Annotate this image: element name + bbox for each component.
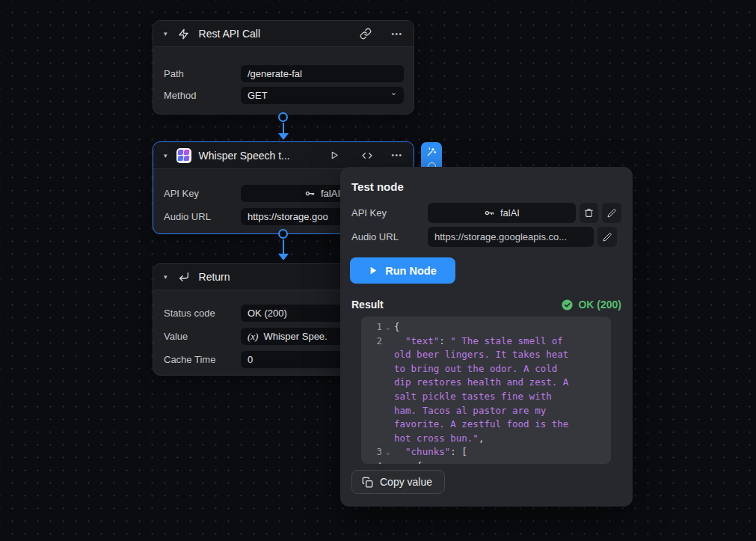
copy-icon xyxy=(362,477,373,488)
zap-icon xyxy=(176,26,191,41)
path-input[interactable]: /generate-fal xyxy=(241,65,404,82)
code-line: old beer lingers. It takes heat xyxy=(367,348,605,362)
run-node-button[interactable]: Run Node xyxy=(350,257,455,284)
function-icon: (x) xyxy=(248,331,258,343)
code-line: hot cross bun.", xyxy=(367,432,605,446)
collapse-caret-icon[interactable]: ▾ xyxy=(162,30,169,37)
check-circle-icon xyxy=(561,299,574,311)
code-line: 2 "text": " The stale smell of xyxy=(367,334,605,349)
arrowhead-icon xyxy=(278,254,289,260)
copy-value-button[interactable]: Copy value xyxy=(351,470,445,494)
output-port[interactable] xyxy=(278,112,288,122)
code-icon[interactable] xyxy=(360,148,375,163)
status-badge: OK (200) xyxy=(561,299,621,311)
node-header: ▾ Whisper Speech t... ••• xyxy=(153,142,414,169)
field-label-value: Value xyxy=(164,331,241,342)
code-line: salt pickle tastes fine with xyxy=(367,390,605,404)
code-line: 4⌄ { xyxy=(367,459,605,464)
field-label-cache-time: Cache Time xyxy=(164,354,241,365)
panel-label-audio-url: Audio URL xyxy=(351,231,428,242)
edit-audio-url-button[interactable] xyxy=(597,227,617,247)
pencil-icon xyxy=(607,209,616,218)
workflow-canvas[interactable]: ▾ Rest API Call ••• Path /generate-fal M… xyxy=(0,0,756,541)
panel-label-api-key: API Key xyxy=(351,207,428,218)
panel-api-key-chip[interactable]: falAI xyxy=(428,203,576,223)
more-menu-icon[interactable]: ••• xyxy=(390,26,405,41)
key-icon xyxy=(484,207,495,218)
node-header: ▾ Rest API Call ••• xyxy=(153,21,414,47)
status-text: OK (200) xyxy=(578,299,621,311)
delete-api-key-button[interactable] xyxy=(580,203,599,223)
method-select[interactable]: GET ⌄ xyxy=(241,87,404,104)
trash-icon xyxy=(584,208,594,218)
collapse-caret-icon[interactable]: ▾ xyxy=(162,152,169,159)
chevron-down-icon: ⌄ xyxy=(390,88,397,97)
field-label-status-code: Status code xyxy=(164,308,241,319)
code-line: 1⌄{ xyxy=(367,320,605,334)
field-label-method: Method xyxy=(164,90,241,101)
link-icon[interactable] xyxy=(358,26,373,41)
node-title: Whisper Speech t... xyxy=(199,150,290,162)
fal-logo-icon xyxy=(176,148,191,163)
code-line: to bring out the odor. A cold xyxy=(367,362,605,376)
code-line: favorite. A zestful food is the xyxy=(367,418,605,432)
play-icon xyxy=(369,266,378,275)
collapse-caret-icon[interactable]: ▾ xyxy=(162,273,169,281)
pencil-icon xyxy=(603,233,612,242)
result-code-viewer[interactable]: 1⌄{ 2 "text": " The stale smell of old b… xyxy=(361,317,611,464)
node-rest-api-call[interactable]: ▾ Rest API Call ••• Path /generate-fal M… xyxy=(153,20,414,114)
output-port[interactable] xyxy=(278,229,288,239)
node-title: Rest API Call xyxy=(199,28,260,40)
result-label: Result xyxy=(351,299,384,311)
node-title: Return xyxy=(199,271,230,283)
code-line: dip restores health and zest. A xyxy=(367,376,605,390)
panel-audio-url-field[interactable]: https://storage.googleapis.co... xyxy=(428,227,594,247)
return-arrow-icon xyxy=(176,269,191,284)
more-menu-icon[interactable]: ••• xyxy=(390,148,405,163)
play-icon[interactable] xyxy=(327,148,342,163)
edit-api-key-button[interactable] xyxy=(602,203,621,223)
panel-title: Test node xyxy=(351,180,621,193)
code-line: 3⌄ "chunks": [ xyxy=(367,445,605,459)
key-icon xyxy=(304,188,316,199)
field-label-audio-url: Audio URL xyxy=(164,211,241,222)
arrowhead-icon xyxy=(278,133,289,140)
test-node-panel: Test node API Key falAI Audio URL https:… xyxy=(340,167,633,507)
magic-wand-icon xyxy=(425,146,437,158)
field-label-api-key: API Key xyxy=(164,188,241,199)
code-line: ham. Tacos al pastor are my xyxy=(367,404,605,418)
field-label-path: Path xyxy=(164,68,241,79)
